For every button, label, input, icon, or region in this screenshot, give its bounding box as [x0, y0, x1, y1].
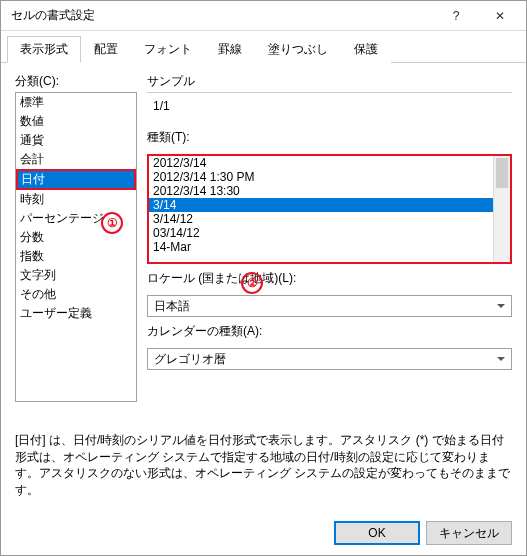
tab-fill[interactable]: 塗りつぶし: [255, 36, 341, 63]
type-item[interactable]: 14-Mar: [149, 240, 493, 254]
category-item[interactable]: 会計: [16, 150, 136, 169]
type-item[interactable]: 2012/3/14 13:30: [149, 184, 493, 198]
category-item[interactable]: 文字列: [16, 266, 136, 285]
type-item[interactable]: 3/14/12: [149, 212, 493, 226]
close-button[interactable]: ✕: [478, 2, 522, 30]
category-item-selected[interactable]: 日付: [16, 169, 136, 190]
locale-value: 日本語: [154, 298, 190, 315]
scrollbar-thumb[interactable]: [496, 158, 508, 188]
type-list: 2012/3/14 2012/3/14 1:30 PM 2012/3/14 13…: [149, 156, 493, 262]
category-item[interactable]: 標準: [16, 93, 136, 112]
type-item[interactable]: 2012/3/14 1:30 PM: [149, 170, 493, 184]
tab-protection[interactable]: 保護: [341, 36, 391, 63]
type-item-selected[interactable]: 3/14: [149, 198, 493, 212]
close-icon: ✕: [495, 9, 505, 23]
annotation-2: ②: [241, 271, 263, 294]
sample-label: サンプル: [147, 73, 512, 93]
detail-panel: サンプル 1/1 種類(T): 2012/3/14 2012/3/14 1:30…: [147, 73, 512, 402]
category-item[interactable]: その他: [16, 285, 136, 304]
description-text: [日付] は、日付/時刻のシリアル値を日付形式で表示します。アスタリスク (*)…: [1, 432, 526, 499]
type-item[interactable]: 2012/3/14: [149, 156, 493, 170]
ok-button[interactable]: OK: [334, 521, 420, 545]
tab-number-format[interactable]: 表示形式: [7, 36, 81, 63]
tab-alignment[interactable]: 配置: [81, 36, 131, 63]
calendar-select[interactable]: グレゴリオ暦: [147, 348, 512, 370]
window-title: セルの書式設定: [11, 7, 434, 24]
button-bar: OK キャンセル: [334, 521, 512, 545]
category-item[interactable]: 数値: [16, 112, 136, 131]
category-item[interactable]: 通貨: [16, 131, 136, 150]
calendar-label: カレンダーの種類(A):: [147, 323, 512, 340]
category-label: 分類(C):: [15, 73, 137, 90]
locale-select[interactable]: 日本語: [147, 295, 512, 317]
category-item[interactable]: 指数: [16, 247, 136, 266]
dialog-window: セルの書式設定 ? ✕ 表示形式 配置 フォント 罫線 塗りつぶし 保護 分類(…: [0, 0, 527, 556]
help-icon: ?: [453, 9, 460, 23]
locale-label: ロケール (国または地域)(L):: [147, 270, 512, 287]
category-panel: 分類(C): 標準 数値 通貨 会計 日付 時刻 パーセンテージ 分数 指数 文…: [15, 73, 137, 402]
help-button[interactable]: ?: [434, 2, 478, 30]
tab-strip: 表示形式 配置 フォント 罫線 塗りつぶし 保護: [1, 31, 526, 63]
titlebar: セルの書式設定 ? ✕: [1, 1, 526, 31]
sample-value: 1/1: [147, 95, 512, 123]
category-listbox[interactable]: 標準 数値 通貨 会計 日付 時刻 パーセンテージ 分数 指数 文字列 その他 …: [15, 92, 137, 402]
dialog-body: 分類(C): 標準 数値 通貨 会計 日付 時刻 パーセンテージ 分数 指数 文…: [1, 63, 526, 402]
type-item[interactable]: 03/14/12: [149, 226, 493, 240]
tab-font[interactable]: フォント: [131, 36, 205, 63]
tab-border[interactable]: 罫線: [205, 36, 255, 63]
category-item[interactable]: ユーザー定義: [16, 304, 136, 323]
calendar-value: グレゴリオ暦: [154, 351, 226, 368]
cancel-button[interactable]: キャンセル: [426, 521, 512, 545]
category-item[interactable]: 時刻: [16, 190, 136, 209]
type-listbox[interactable]: 2012/3/14 2012/3/14 1:30 PM 2012/3/14 13…: [147, 154, 512, 264]
sample-group: サンプル 1/1: [147, 73, 512, 123]
type-scrollbar[interactable]: [493, 156, 510, 262]
annotation-1: ①: [101, 211, 123, 234]
type-label: 種類(T):: [147, 129, 512, 146]
